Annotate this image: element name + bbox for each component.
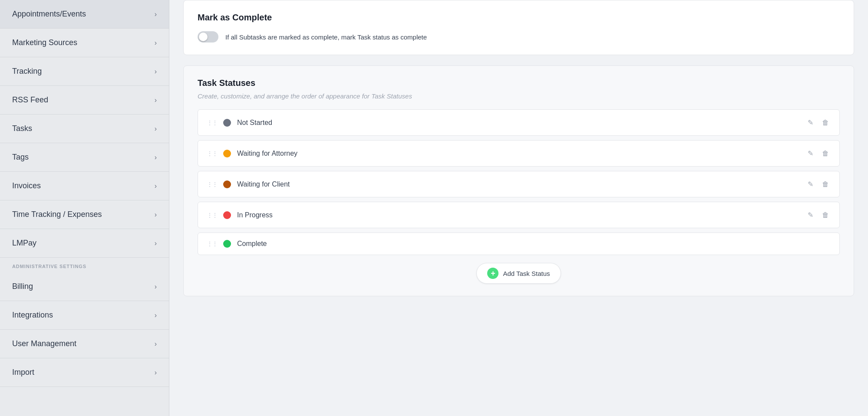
task-statuses-card: Task Statuses Create, customize, and arr… (183, 66, 854, 296)
chevron-right-icon: › (155, 369, 157, 377)
toggle-row: If all Subtasks are marked as complete, … (198, 31, 840, 43)
chevron-right-icon: › (155, 182, 157, 190)
sidebar-item-lmpay[interactable]: LMPay › (0, 229, 169, 258)
status-name-not-started: Not Started (237, 119, 800, 127)
subtasks-toggle[interactable] (198, 31, 218, 43)
sidebar-item-user-management[interactable]: User Management › (0, 330, 169, 358)
status-dot-not-started (223, 119, 231, 127)
status-name-in-progress: In Progress (237, 211, 800, 219)
sidebar: Appointments/Events › Marketing Sources … (0, 0, 169, 416)
sidebar-item-invoices[interactable]: Invoices › (0, 172, 169, 200)
status-actions: ✎ 🗑 (806, 147, 831, 159)
status-dot-waiting-for-attorney (223, 150, 231, 157)
add-status-container: + Add Task Status (198, 263, 840, 284)
edit-icon[interactable]: ✎ (806, 178, 815, 190)
sidebar-item-label-time-tracking-expenses: Time Tracking / Expenses (12, 210, 102, 219)
chevron-right-icon: › (155, 39, 157, 47)
mark-as-complete-card: Mark as Complete If all Subtasks are mar… (183, 0, 854, 55)
sidebar-item-tracking[interactable]: Tracking › (0, 57, 169, 86)
status-dot-in-progress (223, 211, 231, 219)
status-actions: ✎ 🗑 (806, 117, 831, 128)
sidebar-item-integrations[interactable]: Integrations › (0, 301, 169, 330)
status-name-complete: Complete (237, 240, 831, 248)
toggle-thumb (199, 33, 208, 41)
delete-icon[interactable]: 🗑 (820, 210, 831, 221)
delete-icon[interactable]: 🗑 (820, 179, 831, 190)
add-circle-icon: + (487, 268, 498, 279)
edit-icon[interactable]: ✎ (806, 117, 815, 128)
status-row-in-progress: ⋮⋮ In Progress ✎ 🗑 (198, 202, 840, 228)
add-task-status-button[interactable]: + Add Task Status (476, 263, 561, 284)
chevron-right-icon: › (155, 154, 157, 161)
status-name-waiting-for-attorney: Waiting for Attorney (237, 150, 800, 157)
chevron-right-icon: › (155, 125, 157, 133)
chevron-right-icon: › (155, 311, 157, 319)
status-row-not-started: ⋮⋮ Not Started ✎ 🗑 (198, 109, 840, 136)
sidebar-item-label-appointments-events: Appointments/Events (12, 10, 86, 19)
status-dot-waiting-for-client (223, 180, 231, 188)
drag-handle[interactable]: ⋮⋮ (207, 181, 217, 188)
sidebar-item-billing[interactable]: Billing › (0, 272, 169, 301)
drag-handle[interactable]: ⋮⋮ (207, 240, 217, 247)
sidebar-item-label-import: Import (12, 368, 34, 377)
task-statuses-subtitle: Create, customize, and arrange the order… (198, 92, 840, 100)
chevron-right-icon: › (155, 96, 157, 104)
sidebar-item-label-tags: Tags (12, 153, 29, 162)
status-rows-container: ⋮⋮ Not Started ✎ 🗑 ⋮⋮ Waiting for Attorn… (198, 109, 840, 255)
add-task-status-label: Add Task Status (503, 270, 550, 277)
edit-icon[interactable]: ✎ (806, 147, 815, 159)
sidebar-item-tags[interactable]: Tags › (0, 143, 169, 172)
task-statuses-title: Task Statuses (198, 78, 840, 88)
status-actions: ✎ 🗑 (806, 209, 831, 221)
status-row-waiting-for-attorney: ⋮⋮ Waiting for Attorney ✎ 🗑 (198, 140, 840, 167)
chevron-right-icon: › (155, 211, 157, 219)
sidebar-item-tasks[interactable]: Tasks › (0, 115, 169, 143)
sidebar-item-import[interactable]: Import › (0, 358, 169, 387)
delete-icon[interactable]: 🗑 (820, 148, 831, 159)
main-content: Mark as Complete If all Subtasks are mar… (169, 0, 868, 416)
sidebar-item-time-tracking-expenses[interactable]: Time Tracking / Expenses › (0, 200, 169, 229)
chevron-right-icon: › (155, 10, 157, 18)
status-dot-complete (223, 240, 231, 248)
chevron-right-icon: › (155, 283, 157, 291)
sidebar-item-label-user-management: User Management (12, 339, 76, 348)
toggle-track[interactable] (198, 31, 218, 43)
chevron-right-icon: › (155, 239, 157, 247)
sidebar-item-appointments-events[interactable]: Appointments/Events › (0, 0, 169, 29)
status-name-waiting-for-client: Waiting for Client (237, 180, 800, 188)
admin-section-header: ADMINISTRATIVE SETTINGS (0, 258, 169, 272)
sidebar-item-rss-feed[interactable]: RSS Feed › (0, 86, 169, 115)
sidebar-item-label-rss-feed: RSS Feed (12, 95, 48, 105)
sidebar-item-label-billing: Billing (12, 282, 33, 291)
toggle-label: If all Subtasks are marked as complete, … (225, 33, 427, 41)
sidebar-item-marketing-sources[interactable]: Marketing Sources › (0, 29, 169, 57)
sidebar-item-label-lmpay: LMPay (12, 239, 36, 248)
status-actions: ✎ 🗑 (806, 178, 831, 190)
sidebar-item-label-tracking: Tracking (12, 67, 42, 76)
status-row-waiting-for-client: ⋮⋮ Waiting for Client ✎ 🗑 (198, 171, 840, 197)
sidebar-item-label-marketing-sources: Marketing Sources (12, 38, 77, 47)
sidebar-item-label-integrations: Integrations (12, 311, 53, 320)
status-row-complete: ⋮⋮ Complete (198, 233, 840, 255)
edit-icon[interactable]: ✎ (806, 209, 815, 221)
delete-icon[interactable]: 🗑 (820, 117, 831, 128)
drag-handle[interactable]: ⋮⋮ (207, 119, 217, 126)
sidebar-item-label-invoices: Invoices (12, 181, 41, 190)
chevron-right-icon: › (155, 68, 157, 75)
mark-as-complete-title: Mark as Complete (198, 13, 840, 23)
chevron-right-icon: › (155, 340, 157, 348)
sidebar-item-label-tasks: Tasks (12, 124, 32, 133)
drag-handle[interactable]: ⋮⋮ (207, 212, 217, 219)
drag-handle[interactable]: ⋮⋮ (207, 150, 217, 157)
